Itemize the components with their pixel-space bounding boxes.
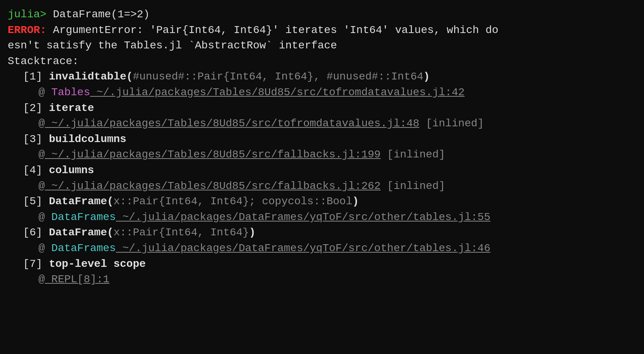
error-label: ERROR: (8, 24, 46, 36)
frame-1-pkg: Tables (45, 86, 90, 98)
frame-2-at: @ ~/.julia/packages/Tables/8Ud85/src/tof… (8, 116, 636, 132)
frame-3-num: [3] (23, 133, 42, 145)
frame-6-pkg: DataFrames (45, 242, 116, 254)
frame-1-num: [1] (23, 71, 42, 83)
frame-5-num: [5] (23, 195, 42, 207)
frame-5-args: x::Pair{Int64, Int64}; copycols::Bool (113, 195, 352, 207)
frame-6-args: x::Pair{Int64, Int64} (113, 227, 249, 238)
frame-5-at-sym: @ (38, 211, 45, 223)
frame-6-at-sym: @ (38, 242, 45, 254)
frame-5-func: DataFrame( (42, 195, 113, 207)
frame-2-inlined: [inlined] (419, 117, 484, 129)
frame-3-func: buildcolumns (42, 133, 126, 145)
frame-3-func: [3] buildcolumns (8, 132, 636, 147)
frame-5-pkg: DataFrames (45, 211, 116, 223)
frame-1-close: ) (423, 71, 430, 83)
frame-1-func: invalidtable( (42, 71, 133, 83)
frame-1-args: #unused#::Pair{Int64, Int64}, #unused#::… (133, 71, 423, 83)
frame-3-inlined: [inlined] (381, 149, 445, 160)
frame-1-at-sym: @ (38, 86, 45, 98)
frame-4-at-sym: @ (38, 180, 45, 192)
frame-6-func: [6] DataFrame(x::Pair{Int64, Int64}) (8, 225, 636, 241)
frame-4-at: @ ~/.julia/packages/Tables/8Ud85/src/fal… (8, 179, 636, 194)
stacktrace-label: Stacktrace: (8, 55, 79, 67)
frame-6-path: ~/.julia/packages/DataFrames/yqToF/src/o… (116, 242, 491, 254)
frame-4-inlined: [inlined] (381, 180, 445, 192)
frame-7-at: @ REPL[8]:1 (8, 272, 636, 288)
frame-7-at-sym: @ (38, 273, 45, 285)
command-line: julia> DataFrame(1=>2) (8, 7, 636, 23)
frame-1-at: @ Tables ~/.julia/packages/Tables/8Ud85/… (8, 85, 636, 101)
frame-7-func: top-level scope (42, 258, 146, 270)
frame-5-path: ~/.julia/packages/DataFrames/yqToF/src/o… (116, 211, 491, 223)
stacktrace-header: Stacktrace: (8, 54, 636, 69)
frame-2-func: iterate (42, 102, 94, 114)
frame-6-close: ) (249, 227, 256, 238)
frame-5-close: ) (352, 195, 359, 207)
frame-6-at: @ DataFrames ~/.julia/packages/DataFrame… (8, 241, 636, 256)
error-line-2: esn't satisfy the Tables.jl `AbstractRow… (8, 38, 636, 54)
frame-3-path: ~/.julia/packages/Tables/8Ud85/src/fallb… (45, 149, 381, 160)
error-message-2: esn't satisfy the Tables.jl `AbstractRow… (8, 40, 337, 51)
frame-7-func: [7] top-level scope (8, 256, 636, 272)
frame-5-func: [5] DataFrame(x::Pair{Int64, Int64}; cop… (8, 194, 636, 210)
frame-7-path: REPL[8]:1 (45, 273, 110, 285)
frame-2-func: [2] iterate (8, 101, 636, 116)
frame-5-at: @ DataFrames ~/.julia/packages/DataFrame… (8, 210, 636, 225)
error-line-1: ERROR: ArgumentError: 'Pair{Int64, Int64… (8, 23, 636, 38)
command-text: DataFrame(1=>2) (46, 8, 150, 20)
frame-2-at-sym: @ (38, 117, 45, 129)
terminal: julia> DataFrame(1=>2) ERROR: ArgumentEr… (8, 7, 636, 288)
frame-3-at-sym: @ (38, 149, 45, 160)
frame-2-path: ~/.julia/packages/Tables/8Ud85/src/tofro… (45, 117, 420, 129)
frame-6-func: DataFrame( (42, 227, 113, 238)
frame-3-at: @ ~/.julia/packages/Tables/8Ud85/src/fal… (8, 147, 636, 163)
frame-1-func: [1] invalidtable(#unused#::Pair{Int64, I… (8, 69, 636, 85)
frame-6-num: [6] (23, 227, 42, 238)
frame-2-num: [2] (23, 102, 42, 114)
frame-4-func: columns (42, 164, 94, 176)
error-message-1: ArgumentError: 'Pair{Int64, Int64}' iter… (46, 24, 498, 36)
frame-7-num: [7] (23, 258, 42, 270)
frame-1-path: ~/.julia/packages/Tables/8Ud85/src/tofro… (90, 86, 465, 98)
julia-prompt: julia> (8, 8, 46, 20)
frame-4-num: [4] (23, 164, 42, 176)
frame-4-path: ~/.julia/packages/Tables/8Ud85/src/fallb… (45, 180, 381, 192)
frame-4-func: [4] columns (8, 163, 636, 179)
